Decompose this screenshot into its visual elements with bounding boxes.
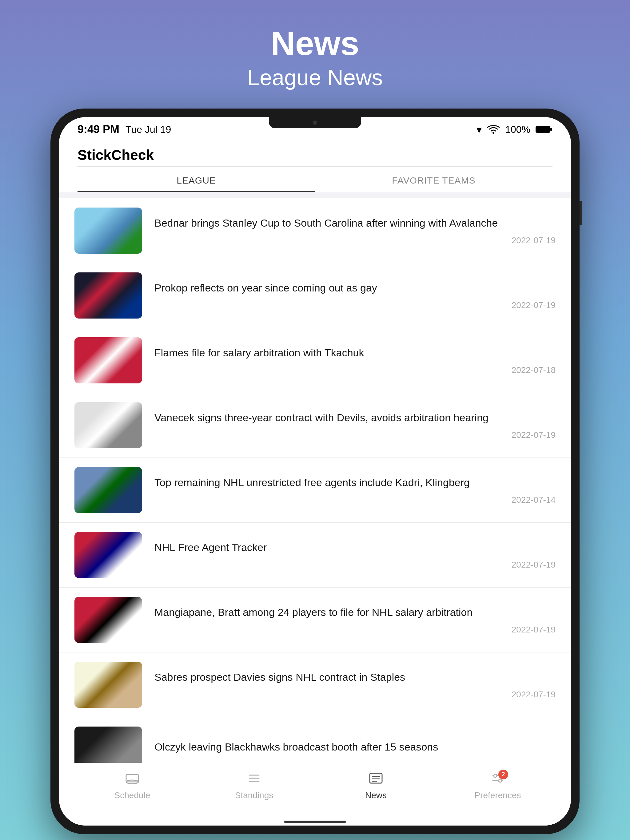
news-date: 2022-07-19 (154, 625, 556, 635)
news-thumbnail (74, 402, 142, 448)
news-content: Flames file for salary arbitration with … (154, 346, 556, 375)
news-content: Top remaining NHL unrestricted free agen… (154, 475, 556, 505)
bottom-tab-schedule[interactable]: Schedule (71, 772, 193, 801)
news-content: Sabres prospect Davies signs NHL contrac… (154, 670, 556, 699)
news-content: Mangiapane, Bratt among 24 players to fi… (154, 605, 556, 635)
news-tab-label: News (365, 791, 387, 801)
standings-icon (247, 772, 261, 788)
news-thumbnail (74, 726, 142, 763)
status-date: Tue Jul 19 (125, 124, 171, 135)
device-camera-bar (269, 117, 361, 128)
device-frame: 9:49 PM Tue Jul 19 ▾ 100% (51, 109, 579, 834)
bottom-tab-news[interactable]: News (315, 772, 437, 801)
news-date: 2022-07-14 (154, 495, 556, 505)
svg-rect-2 (550, 128, 552, 131)
side-button (579, 201, 582, 225)
news-headline: Sabres prospect Davies signs NHL contrac… (154, 670, 556, 685)
schedule-tab-label: Schedule (114, 791, 150, 801)
bottom-tab-preferences[interactable]: 2 Preferences (437, 772, 559, 801)
news-headline: Olczyk leaving Blackhawks broadcast boot… (154, 740, 556, 755)
app-nav-bar: StickCheck LEAGUE FAVORITE TEAMS (59, 142, 571, 192)
status-right: ▾ 100% (476, 123, 552, 136)
news-date: 2022-07-19 (154, 690, 556, 699)
news-thumbnail (74, 532, 142, 578)
news-headline: Bednar brings Stanley Cup to South Carol… (154, 216, 556, 231)
news-thumbnail (74, 272, 142, 319)
news-item[interactable]: Top remaining NHL unrestricted free agen… (59, 458, 571, 523)
news-date: 2022-07-19 (154, 430, 556, 440)
svg-point-14 (494, 774, 497, 777)
standings-tab-label: Standings (235, 791, 274, 801)
news-item[interactable]: Vanecek signs three-year contract with D… (59, 393, 571, 458)
camera-dot (313, 120, 317, 125)
news-thumbnail (74, 337, 142, 384)
page-title: News (247, 25, 383, 62)
app-title: StickCheck (78, 142, 552, 166)
news-content: Prokop reflects on year since coming out… (154, 281, 556, 310)
news-item[interactable]: Sabres prospect Davies signs NHL contrac… (59, 652, 571, 717)
news-icon (369, 772, 383, 788)
segment-tabs: LEAGUE FAVORITE TEAMS (78, 166, 552, 192)
news-item[interactable]: Olczyk leaving Blackhawks broadcast boot… (59, 717, 571, 763)
news-content: Vanecek signs three-year contract with D… (154, 411, 556, 440)
preferences-tab-label: Preferences (475, 791, 521, 801)
page-subtitle: League News (247, 65, 383, 90)
status-time: 9:49 PM (78, 123, 119, 136)
news-item[interactable]: NHL Free Agent Tracker 2022-07-19 (59, 523, 571, 587)
news-item[interactable]: Flames file for salary arbitration with … (59, 328, 571, 393)
news-content: Olczyk leaving Blackhawks broadcast boot… (154, 740, 556, 759)
tab-favorite-teams[interactable]: FAVORITE TEAMS (315, 167, 552, 192)
news-headline: NHL Free Agent Tracker (154, 540, 556, 555)
bottom-tab-bar: Schedule Standings (59, 763, 571, 818)
battery-percentage: 100% (505, 124, 530, 135)
news-item[interactable]: Mangiapane, Bratt among 24 players to fi… (59, 587, 571, 652)
news-content: NHL Free Agent Tracker 2022-07-19 (154, 540, 556, 570)
battery-icon (535, 125, 552, 134)
news-date: 2022-07-18 (154, 365, 556, 375)
news-headline: Top remaining NHL unrestricted free agen… (154, 475, 556, 490)
news-date: 2022-07-19 (154, 235, 556, 245)
home-bar (284, 821, 346, 823)
news-content: Bednar brings Stanley Cup to South Carol… (154, 216, 556, 245)
news-list: Bednar brings Stanley Cup to South Carol… (59, 192, 571, 763)
preferences-badge: 2 (499, 770, 508, 779)
news-headline: Mangiapane, Bratt among 24 players to fi… (154, 605, 556, 620)
news-headline: Prokop reflects on year since coming out… (154, 281, 556, 295)
wifi-signal-icon (487, 124, 500, 135)
svg-rect-1 (535, 126, 550, 133)
news-thumbnail (74, 208, 142, 254)
news-thumbnail (74, 662, 142, 708)
news-thumbnail (74, 467, 142, 513)
svg-point-16 (499, 779, 502, 782)
news-item[interactable]: Bednar brings Stanley Cup to South Carol… (59, 198, 571, 263)
bottom-tab-standings[interactable]: Standings (193, 772, 315, 801)
svg-point-0 (492, 132, 494, 134)
news-item[interactable]: Prokop reflects on year since coming out… (59, 263, 571, 328)
tab-league[interactable]: LEAGUE (78, 167, 315, 192)
home-indicator (59, 818, 571, 826)
news-date: 2022-07-19 (154, 560, 556, 570)
wifi-icon: ▾ (476, 123, 482, 136)
device-screen: 9:49 PM Tue Jul 19 ▾ 100% (59, 117, 571, 826)
news-headline: Flames file for salary arbitration with … (154, 346, 556, 360)
page-header: News League News (247, 0, 383, 90)
news-headline: Vanecek signs three-year contract with D… (154, 411, 556, 425)
schedule-icon (125, 772, 140, 788)
news-date: 2022-07-19 (154, 300, 556, 310)
news-thumbnail (74, 597, 142, 643)
